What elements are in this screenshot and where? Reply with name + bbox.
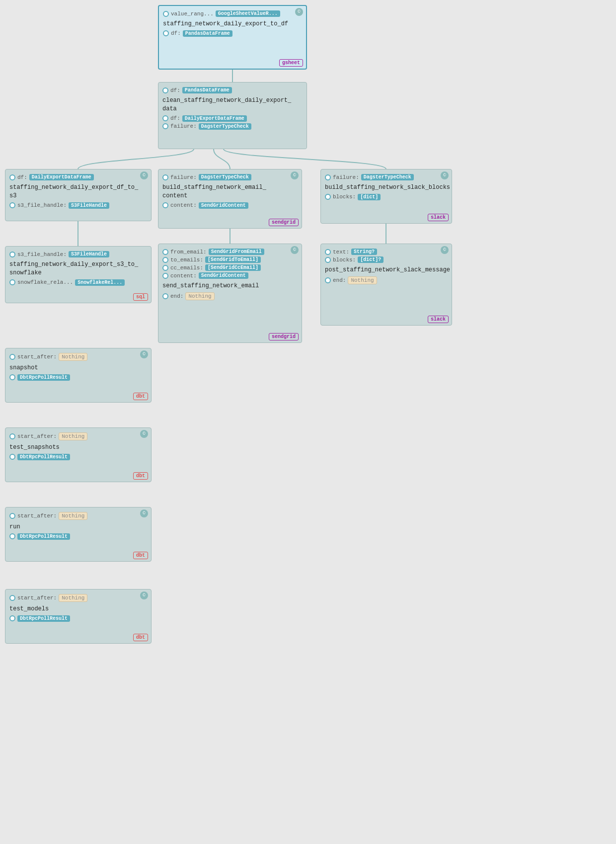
port-label: content: xyxy=(170,273,197,279)
port-content-in: content: SendGridContent xyxy=(162,272,298,279)
port-circle xyxy=(325,194,331,200)
node-corner-icon[interactable]: © xyxy=(295,8,303,16)
port-label: start_after: xyxy=(17,595,57,601)
port-to-emails: to_emails: [SendGridToEmail] xyxy=(162,256,298,263)
node-corner-icon[interactable]: © xyxy=(441,246,449,254)
dag-canvas: © value_rang... GoogleSheetValueR... sta… xyxy=(0,0,616,844)
node-corner-icon[interactable]: © xyxy=(291,246,299,254)
node-title: build_staffing_network_slack_blocks xyxy=(325,183,448,192)
port-circle xyxy=(9,513,15,519)
port-label: start_after: xyxy=(17,433,57,439)
port-circle xyxy=(162,265,168,271)
nothing-tag: Nothing xyxy=(59,594,87,602)
node-export-to-df[interactable]: © value_rang... GoogleSheetValueR... sta… xyxy=(158,5,307,70)
node-title: test_snapshots xyxy=(9,443,147,452)
badge-dbt: dbt xyxy=(133,634,148,641)
badge-slack: slack xyxy=(428,214,449,221)
port-dbt-out: DbtRpcPollResult xyxy=(9,374,147,381)
node-run[interactable]: © start_after: Nothing run DbtRpcPollRes… xyxy=(5,507,152,562)
node-corner-icon[interactable]: © xyxy=(140,350,148,358)
port-cc-emails: cc_emails: [SendGridCcEmail] xyxy=(162,264,298,271)
port-circle xyxy=(9,374,15,380)
port-tag: SnowflakeRel... xyxy=(75,279,125,286)
port-tag: DailyExportDataFrame xyxy=(182,115,247,122)
node-title: snapshot xyxy=(9,364,147,372)
port-tag: S3FileHandle xyxy=(69,202,109,209)
node-title: clean_staffing_network_daily_export_data xyxy=(162,96,303,113)
port-label-df: df: xyxy=(171,30,181,36)
node-corner-icon[interactable]: © xyxy=(291,171,299,179)
port-start-after-in: start_after: Nothing xyxy=(9,594,147,602)
port-label: blocks: xyxy=(333,194,356,200)
node-corner-icon[interactable]: © xyxy=(140,171,148,179)
port-tag: DbtRpcPollResult xyxy=(17,533,70,540)
port-tag: DbtRpcPollResult xyxy=(17,374,70,381)
port-circle xyxy=(162,115,168,121)
port-circle xyxy=(162,273,168,279)
node-title: run xyxy=(9,523,147,531)
port-label: failure: xyxy=(170,174,197,180)
port-label: value_rang... xyxy=(171,11,214,17)
node-title: post_staffing_network_slack_message xyxy=(325,266,448,274)
node-title: test_models xyxy=(9,605,147,613)
port-label: start_after: xyxy=(17,354,57,360)
port-label: s3_file_handle: xyxy=(17,252,67,257)
node-corner-icon[interactable]: © xyxy=(441,171,449,179)
port-label: end: xyxy=(170,293,183,299)
port-circle xyxy=(162,87,168,93)
node-corner-icon[interactable]: © xyxy=(140,591,148,599)
node-title: send_staffing_network_email xyxy=(162,282,298,290)
node-build-email-content[interactable]: © failure: DagsterTypeCheck build_staffi… xyxy=(158,169,302,229)
node-test-models[interactable]: © start_after: Nothing test_models DbtRp… xyxy=(5,589,152,644)
node-export-df-to-s3[interactable]: © df: DailyExportDataFrame staffing_netw… xyxy=(5,169,152,221)
port-df-out: df: PandasDataFrame xyxy=(163,30,302,37)
port-circle xyxy=(9,279,15,285)
port-content-out: content: SendGridContent xyxy=(162,202,298,209)
port-start-after-in: start_after: Nothing xyxy=(9,512,147,520)
badge-sendgrid: sendgrid xyxy=(269,333,299,340)
nothing-tag: Nothing xyxy=(348,276,377,284)
port-label: failure: xyxy=(333,174,359,180)
nothing-tag: Nothing xyxy=(59,353,87,361)
port-label: df: xyxy=(170,87,180,93)
port-tag: DagsterTypeCheck xyxy=(361,174,414,180)
node-build-slack-blocks[interactable]: © failure: DagsterTypeCheck build_staffi… xyxy=(320,169,452,224)
port-dbt-out: DbtRpcPollResult xyxy=(9,533,147,540)
badge-sendgrid: sendgrid xyxy=(269,219,299,226)
port-label: s3_file_handle: xyxy=(17,202,67,208)
port-circle xyxy=(162,249,168,255)
node-snapshot[interactable]: © start_after: Nothing snapshot DbtRpcPo… xyxy=(5,348,152,403)
port-tag: String? xyxy=(351,249,377,255)
port-label: snowflake_rela... xyxy=(17,279,73,285)
nothing-tag: Nothing xyxy=(59,512,87,520)
port-tag: SendGridContent xyxy=(199,202,248,209)
port-circle xyxy=(9,454,15,460)
port-end-out: end: Nothing xyxy=(325,276,448,284)
node-test-snapshots[interactable]: © start_after: Nothing test_snapshots Db… xyxy=(5,427,152,482)
badge-slack: slack xyxy=(428,316,449,323)
port-tag: GoogleSheetValueR... xyxy=(216,10,280,17)
port-label: df: xyxy=(17,174,27,180)
port-circle xyxy=(325,277,331,283)
port-circle xyxy=(325,257,331,263)
node-send-email[interactable]: © from_email: SendGridFromEmail to_email… xyxy=(158,244,302,343)
port-s3-out: s3_file_handle: S3FileHandle xyxy=(9,202,147,209)
node-title: build_staffing_network_email_content xyxy=(162,183,298,200)
node-post-slack[interactable]: © text: String? blocks: [dict]? post_sta… xyxy=(320,244,452,326)
node-title: staffing_network_daily_export_df_to_s3 xyxy=(9,183,147,200)
badge-sql: sql xyxy=(133,293,148,301)
node-corner-icon[interactable]: © xyxy=(140,509,148,517)
port-start-after-in: start_after: Nothing xyxy=(9,353,147,361)
port-circle xyxy=(162,257,168,263)
port-label: content: xyxy=(170,202,197,208)
port-label: cc_emails: xyxy=(170,265,203,271)
node-clean-export[interactable]: df: PandasDataFrame clean_staffing_netwo… xyxy=(158,82,307,149)
port-df-in: df: PandasDataFrame xyxy=(162,87,303,93)
node-s3-to-snowflake[interactable]: s3_file_handle: S3FileHandle staffing_ne… xyxy=(5,246,152,303)
port-value-rang: value_rang... GoogleSheetValueR... xyxy=(163,10,302,17)
port-text-in: text: String? xyxy=(325,249,448,255)
port-start-after-in: start_after: Nothing xyxy=(9,432,147,440)
node-corner-icon[interactable]: © xyxy=(140,430,148,438)
port-failure-in: failure: DagsterTypeCheck xyxy=(325,174,448,180)
port-circle xyxy=(162,174,168,180)
